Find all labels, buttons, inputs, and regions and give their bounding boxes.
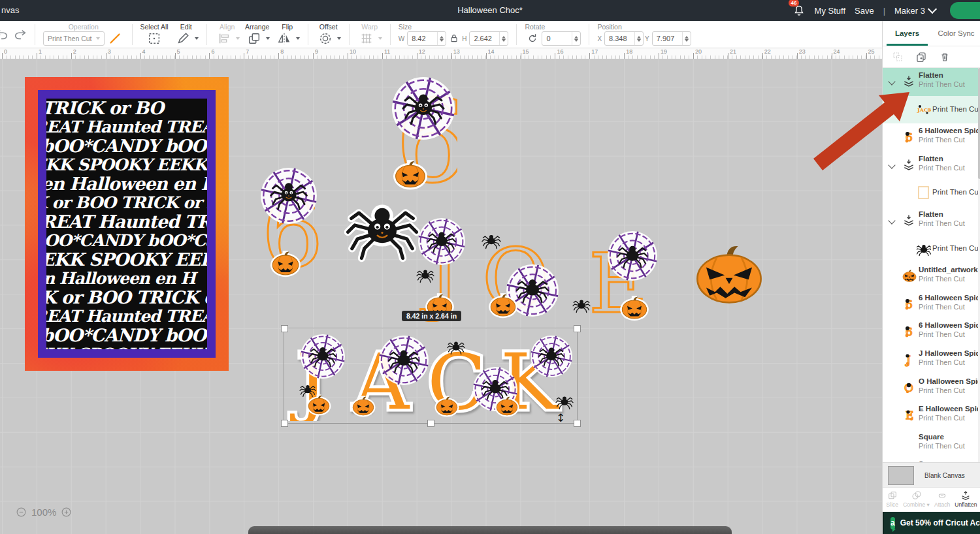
position-y-input[interactable]: 7.907 [652,31,691,46]
layer-row[interactable]: Print Then Cut [883,235,980,263]
poster-line: K or BOO TRICK or BO [46,193,207,212]
ruler-number: 15 [523,48,529,55]
tab-layers[interactable]: Layers [883,21,932,46]
rotate-input[interactable]: 0 [542,31,581,46]
poster-line: en Halloween en H [46,269,207,288]
layer-row[interactable]: JJ Halloween Spider APrint Then Cut [883,346,980,374]
jack-art-thumbnail: JACK [917,102,931,117]
zoom-in-icon[interactable] [61,507,72,518]
offset-icon [318,31,333,46]
layer-row[interactable]: EE Halloween Spider APrint Then Cut [883,401,980,430]
width-stepper[interactable] [437,32,446,45]
position-x-input[interactable]: 8.348 [604,31,644,46]
make-it-button[interactable] [950,2,980,19]
layer-row[interactable]: JACKPrint Then Cut [883,96,980,124]
machine-selector[interactable]: Maker 3 [894,6,936,16]
my-stuff-link[interactable]: My Stuff [815,6,845,16]
layer-row[interactable]: Print Then Cut [883,179,980,207]
combine-button[interactable]: Combine ▾ [903,490,930,508]
layer-subtitle: Print Then Cut [919,358,980,366]
rotate-stepper[interactable] [572,32,580,45]
undo-icon[interactable] [0,27,9,42]
ruler-number: 14 [488,48,495,55]
layer-row[interactable]: SquarePrint Then Cut [883,430,980,458]
slice-button[interactable]: Slice [887,490,898,508]
chevron-down-icon[interactable] [888,217,895,224]
selection-bounding-box[interactable] [284,328,578,424]
letter-j-art[interactable]: J [409,214,474,322]
position-y-stepper[interactable] [682,32,691,45]
layer-row[interactable]: Untitled_artwork 41Print Then Cut [883,262,980,291]
slice-icon [887,490,898,501]
width-input[interactable]: 8.42 [407,31,446,46]
attach-button[interactable]: Attach [934,490,950,508]
layer-row[interactable]: 66 Halloween Spider APrint Then Cut [883,318,980,346]
ruler-number: 16 [557,48,563,55]
layer-row[interactable]: Square [883,457,980,462]
halloween-word-poster[interactable]: TRICK or BOREAT Haunted TREAT HaubOO*CAN… [25,77,229,371]
poster-purple-border: TRICK or BOREAT Haunted TREAT HaubOO*CAN… [38,90,216,358]
warp-button[interactable]: Warp [357,23,382,46]
rotate-group: Rotate 0 [525,23,581,46]
six-left-art[interactable]: 6 [250,155,325,283]
design-canvas[interactable]: TRICK or BOREAT Haunted TREAT HaubOO*CAN… [0,59,882,534]
selection-handle[interactable] [281,420,288,427]
flip-button[interactable]: Flip [275,23,300,46]
poster-line: REAT Haunted TREAT Hau [46,212,207,231]
six-top-art[interactable]: 6 [359,71,457,198]
notifications-bell-icon[interactable]: 46 [792,4,806,17]
arrange-button[interactable]: Arrange [245,23,270,46]
operation-dropdown[interactable]: Print Then Cut [43,31,105,46]
save-link[interactable]: Save [855,6,874,16]
zoom-out-icon[interactable] [16,507,27,518]
layer-row[interactable]: OO Halloween SpiderPrint Then Cut [883,374,980,402]
layer-row[interactable]: 66 Halloween Spider APrint Then Cut [883,291,980,319]
layer-row[interactable]: FlattenPrint Then Cut [883,151,980,180]
layer-row[interactable]: 66 Halloween Spider APrint Then Cut [883,123,980,151]
selection-handle[interactable] [281,325,288,332]
height-stepper[interactable] [499,32,508,45]
notification-badge: 46 [789,0,800,7]
letter-e-art[interactable]: E [572,227,664,328]
offset-button[interactable]: Offset [316,23,341,46]
layer-subtitle: Print Then Cut [932,244,980,252]
chevron-down-icon[interactable] [888,78,895,85]
pen-color-icon[interactable] [108,31,122,46]
chevron-down-icon[interactable] [888,161,895,168]
poster-line: en Halloween en H [46,174,207,193]
layer-row[interactable]: FlattenPrint Then Cut [883,207,980,235]
blank-canvas-row[interactable]: Blank Canvas [883,462,980,488]
rotate-icon[interactable] [527,33,538,44]
layer-title: 6 Halloween Spider A [919,127,980,134]
unflatten-button[interactable]: Unflatten [955,490,977,508]
letter-o-art[interactable]: O [470,225,572,323]
group-icon[interactable] [892,51,904,63]
svg-text:JACK: JACK [917,106,931,113]
edit-button[interactable]: Edit [174,23,199,46]
duplicate-icon[interactable] [915,51,927,63]
delete-icon[interactable] [939,51,951,63]
ruler-number: 11 [384,48,390,55]
selection-handle[interactable] [574,325,581,332]
height-input[interactable]: 2.642 [469,31,508,46]
align-button[interactable]: Align [215,23,240,46]
blank-canvas-thumbnail [888,466,914,485]
redo-icon[interactable] [13,27,27,42]
flatten-icon [902,213,917,228]
six-art-thumbnail: 6 [902,297,917,311]
lock-aspect-icon[interactable] [449,33,459,44]
layer-title: Flatten [919,210,980,218]
tab-color-sync[interactable]: Color Sync [932,21,980,46]
select-all-button[interactable]: Select All [140,23,169,46]
cricut-design-space: { "topbar": { "canvas_label": "nvas", "t… [0,0,980,534]
arrange-icon [247,31,261,46]
position-x-stepper[interactable] [634,32,643,45]
poster-line: REAT Haunted TREAT Hau [46,307,207,326]
ruler-number: 13 [453,48,460,55]
combine-icon [911,490,923,501]
selection-handle[interactable] [574,420,581,427]
big-pumpkin-art[interactable] [683,243,775,308]
selection-handle[interactable] [427,420,434,427]
promo-banner[interactable]: a Get 50% off Cricut Acc [883,512,980,534]
layer-row[interactable]: FlattenPrint Then Cut [883,68,980,96]
